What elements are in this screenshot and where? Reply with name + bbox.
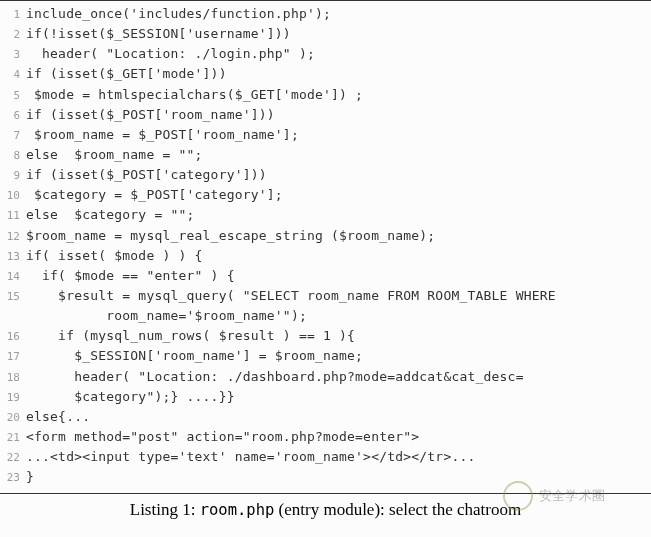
code-text: $room_name = $_POST['room_name']; <box>26 125 651 145</box>
line-number: 12 <box>0 228 26 245</box>
code-text: else{... <box>26 407 651 427</box>
code-line: 7 $room_name = $_POST['room_name']; <box>0 125 651 145</box>
line-number: 2 <box>0 26 26 43</box>
listing-caption: Listing 1: room.php (entry module): sele… <box>0 494 651 520</box>
line-number: 9 <box>0 167 26 184</box>
code-line: 6if (isset($_POST['room_name'])) <box>0 105 651 125</box>
line-number: 22 <box>0 449 26 466</box>
code-line: 3 header( "Location: ./login.php" ); <box>0 44 651 64</box>
code-text: $category");} ....}} <box>26 387 651 407</box>
code-line: 12$room_name = mysql_real_escape_string … <box>0 226 651 246</box>
code-line: 17 $_SESSION['room_name'] = $room_name; <box>0 346 651 366</box>
code-line: 23} <box>0 467 651 487</box>
line-number: 16 <box>0 328 26 345</box>
line-number: 15 <box>0 288 26 305</box>
code-text: if (isset($_GET['mode'])) <box>26 64 651 84</box>
listing-file: room.php <box>200 501 275 519</box>
line-number: 3 <box>0 46 26 63</box>
line-number: 19 <box>0 389 26 406</box>
code-text: if( $mode == "enter" ) { <box>26 266 651 286</box>
code-text: $result = mysql_query( "SELECT room_name… <box>26 286 651 306</box>
listing-description: (entry module): select the chatroom <box>279 500 522 519</box>
code-text: if(!isset($_SESSION['username'])) <box>26 24 651 44</box>
code-line: 21<form method="post" action="room.php?m… <box>0 427 651 447</box>
line-number: 18 <box>0 369 26 386</box>
code-text: if (isset($_POST['category'])) <box>26 165 651 185</box>
line-number: 20 <box>0 409 26 426</box>
line-number: 21 <box>0 429 26 446</box>
code-line: 10 $category = $_POST['category']; <box>0 185 651 205</box>
code-text: header( "Location: ./login.php" ); <box>26 44 651 64</box>
code-line: 14 if( $mode == "enter" ) { <box>0 266 651 286</box>
code-text: <form method="post" action="room.php?mod… <box>26 427 651 447</box>
code-listing: 1include_once('includes/function.php');2… <box>0 0 651 494</box>
code-line: 5 $mode = htmlspecialchars($_GET['mode']… <box>0 85 651 105</box>
code-text: $room_name = mysql_real_escape_string ($… <box>26 226 651 246</box>
line-number: 14 <box>0 268 26 285</box>
code-line: 1include_once('includes/function.php'); <box>0 4 651 24</box>
code-text: $_SESSION['room_name'] = $room_name; <box>26 346 651 366</box>
code-text: $category = $_POST['category']; <box>26 185 651 205</box>
line-number: 10 <box>0 187 26 204</box>
code-line: 18 header( "Location: ./dashboard.php?mo… <box>0 367 651 387</box>
line-number: 8 <box>0 147 26 164</box>
line-number: 7 <box>0 127 26 144</box>
code-line: 8else $room_name = ""; <box>0 145 651 165</box>
code-line: 16 if (mysql_num_rows( $result ) == 1 ){ <box>0 326 651 346</box>
code-text: header( "Location: ./dashboard.php?mode=… <box>26 367 651 387</box>
code-line: 4if (isset($_GET['mode'])) <box>0 64 651 84</box>
line-number: 23 <box>0 469 26 486</box>
code-text: else $room_name = ""; <box>26 145 651 165</box>
code-text: if (mysql_num_rows( $result ) == 1 ){ <box>26 326 651 346</box>
code-text: else $category = ""; <box>26 205 651 225</box>
code-text: room_name='$room_name'"); <box>26 306 651 326</box>
line-number: 4 <box>0 66 26 83</box>
line-number: 11 <box>0 207 26 224</box>
code-text: ...<td><input type='text' name='room_nam… <box>26 447 651 467</box>
code-text: include_once('includes/function.php'); <box>26 4 651 24</box>
code-text: if (isset($_POST['room_name'])) <box>26 105 651 125</box>
line-number: 6 <box>0 107 26 124</box>
code-line: 9if (isset($_POST['category'])) <box>0 165 651 185</box>
code-line: 13if( isset( $mode ) ) { <box>0 246 651 266</box>
code-text: $mode = htmlspecialchars($_GET['mode']) … <box>26 85 651 105</box>
code-line: room_name='$room_name'"); <box>0 306 651 326</box>
line-number: 5 <box>0 87 26 104</box>
code-text: } <box>26 467 651 487</box>
code-line: 19 $category");} ....}} <box>0 387 651 407</box>
code-line: 20else{... <box>0 407 651 427</box>
code-line: 22...<td><input type='text' name='room_n… <box>0 447 651 467</box>
line-number: 13 <box>0 248 26 265</box>
code-line: 2if(!isset($_SESSION['username'])) <box>0 24 651 44</box>
line-number: 17 <box>0 348 26 365</box>
line-number: 1 <box>0 6 26 23</box>
code-line: 11else $category = ""; <box>0 205 651 225</box>
listing-number: 1 <box>182 500 191 519</box>
code-text: if( isset( $mode ) ) { <box>26 246 651 266</box>
code-line: 15 $result = mysql_query( "SELECT room_n… <box>0 286 651 306</box>
